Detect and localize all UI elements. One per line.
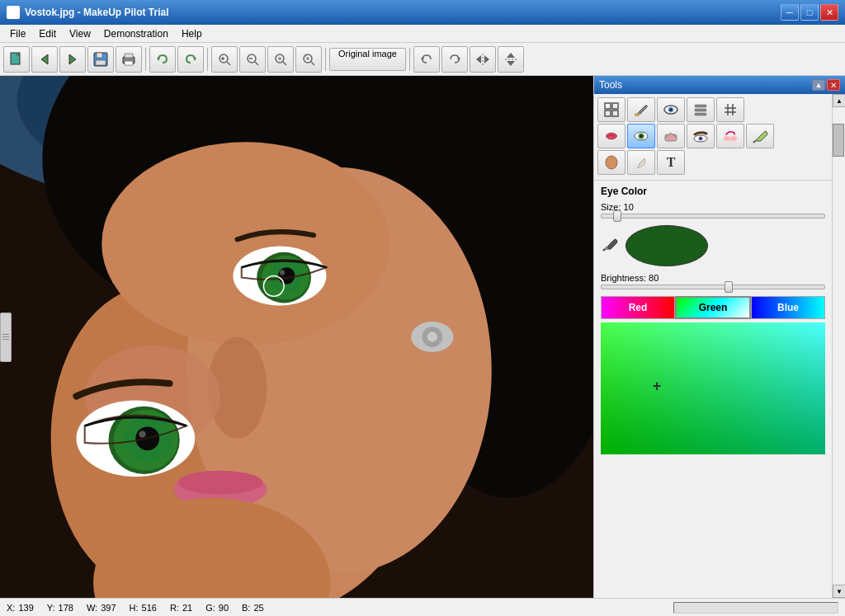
menu-edit[interactable]: Edit (32, 26, 63, 41)
toolbar-separator-1 (145, 48, 146, 71)
brightness-slider-container (601, 284, 825, 289)
brightness-slider-thumb[interactable] (725, 281, 733, 293)
tool-eraser[interactable] (657, 124, 685, 148)
scroll-thumb[interactable] (833, 124, 844, 157)
svg-line-92 (603, 249, 605, 251)
tab-blue-label: Blue (777, 302, 799, 313)
menu-view[interactable]: View (63, 26, 97, 41)
scroll-up-arrow[interactable]: ▲ (833, 94, 845, 107)
flip-h-button[interactable] (470, 46, 496, 73)
svg-rect-65 (605, 103, 611, 109)
status-x: X: 139 (7, 603, 34, 613)
tab-green-label: Green (699, 302, 728, 313)
rotate-cw-button[interactable] (441, 46, 468, 73)
print-button[interactable] (116, 46, 142, 73)
back-button[interactable] (31, 46, 58, 73)
tools-panel: Tools ▲ ✕ (593, 76, 845, 598)
tab-blue[interactable]: Blue (751, 296, 825, 319)
tool-feather[interactable] (627, 150, 655, 175)
tool-grid[interactable] (597, 97, 625, 122)
image-canvas[interactable] (0, 76, 593, 598)
rotate-ccw-button[interactable] (413, 46, 440, 73)
svg-rect-6 (96, 60, 106, 65)
maximize-button[interactable]: □ (800, 4, 819, 21)
eye-color-oval (625, 225, 708, 266)
svg-rect-73 (695, 105, 706, 107)
scroll-thumb-area (833, 107, 845, 585)
window-title: Vostok.jpg - MakeUp Pilot Trial (25, 7, 168, 18)
svg-point-53 (139, 431, 145, 438)
menu-help[interactable]: Help (175, 26, 209, 41)
svg-point-69 (635, 113, 640, 116)
tool-lips[interactable] (597, 124, 625, 148)
tools-content: T Eye Color Size: 10 (594, 94, 832, 598)
tool-blush[interactable] (716, 124, 744, 148)
save-button[interactable] (87, 46, 114, 73)
svg-line-20 (283, 62, 286, 65)
eye-color-section: Eye Color Size: 10 (594, 181, 832, 459)
tools-row-3: T (597, 150, 828, 175)
minimize-button[interactable]: ─ (781, 4, 799, 21)
tool-eye-color[interactable] (627, 124, 655, 148)
forward-button[interactable] (59, 46, 86, 73)
b-value: 25 (253, 603, 263, 613)
window-controls: ─ □ ✕ (781, 4, 838, 21)
tool-eye-view[interactable] (657, 97, 685, 122)
zoom-in-button[interactable] (211, 46, 238, 73)
tab-green[interactable]: Green (675, 296, 751, 319)
tool-skin[interactable] (597, 150, 625, 175)
svg-point-72 (670, 109, 673, 111)
redo-button[interactable] (177, 46, 204, 73)
tool-layers[interactable] (687, 97, 715, 122)
tools-row-2 (597, 124, 828, 148)
svg-rect-67 (605, 111, 611, 116)
toolbar-separator-2 (207, 48, 208, 71)
svg-rect-66 (612, 103, 618, 109)
brightness-slider-track[interactable] (601, 284, 825, 289)
size-slider-track[interactable] (601, 214, 825, 219)
tools-panel-close[interactable]: ✕ (827, 79, 840, 91)
y-label: Y: (47, 603, 55, 613)
tool-color-picker[interactable] (746, 124, 774, 148)
menu-file[interactable]: File (3, 26, 32, 41)
tools-panel-title: Tools (599, 79, 622, 91)
svg-line-89 (753, 141, 755, 143)
svg-marker-11 (193, 58, 196, 61)
svg-point-82 (640, 135, 643, 138)
h-label: H: (130, 603, 139, 613)
main-area: Tools ▲ ✕ (0, 76, 845, 598)
svg-point-43 (101, 142, 389, 346)
color-picker-gradient[interactable]: + (601, 322, 825, 454)
eyedropper-button[interactable] (601, 235, 619, 257)
tool-hash[interactable] (716, 97, 744, 122)
svg-line-15 (227, 62, 230, 65)
color-preview-row (601, 225, 825, 266)
tool-text[interactable]: T (657, 150, 685, 175)
original-image-button[interactable]: Original image (329, 48, 406, 71)
y-value: 178 (59, 603, 73, 613)
scroll-indicator (0, 313, 12, 362)
new-button[interactable] (3, 46, 30, 73)
svg-marker-34 (507, 61, 515, 66)
toolbar-separator-4 (409, 48, 410, 71)
undo-button[interactable] (149, 46, 176, 73)
svg-rect-5 (97, 53, 102, 58)
flip-v-button[interactable] (498, 46, 524, 73)
zoom-fit-button[interactable] (267, 46, 294, 73)
scroll-down-arrow[interactable]: ▼ (833, 585, 845, 598)
svg-text:?: ? (304, 54, 307, 59)
zoom-out-button[interactable] (239, 46, 266, 73)
tools-panel-scroll-up[interactable]: ▲ (812, 79, 825, 91)
tab-red[interactable]: Red (601, 296, 675, 319)
color-channel-tabs: Red Green Blue (601, 296, 825, 319)
svg-line-18 (255, 62, 258, 65)
menu-demonstration[interactable]: Demonstration (97, 26, 175, 41)
title-bar: Vostok.jpg - MakeUp Pilot Trial ─ □ ✕ (0, 0, 845, 25)
svg-point-88 (730, 136, 737, 141)
tools-row-1 (597, 97, 828, 122)
size-slider-thumb[interactable] (613, 210, 621, 222)
close-button[interactable]: ✕ (820, 4, 838, 21)
tool-brush[interactable] (627, 97, 655, 122)
zoom-custom-button[interactable]: ? (295, 46, 322, 73)
tool-eyebrow[interactable] (687, 124, 715, 148)
